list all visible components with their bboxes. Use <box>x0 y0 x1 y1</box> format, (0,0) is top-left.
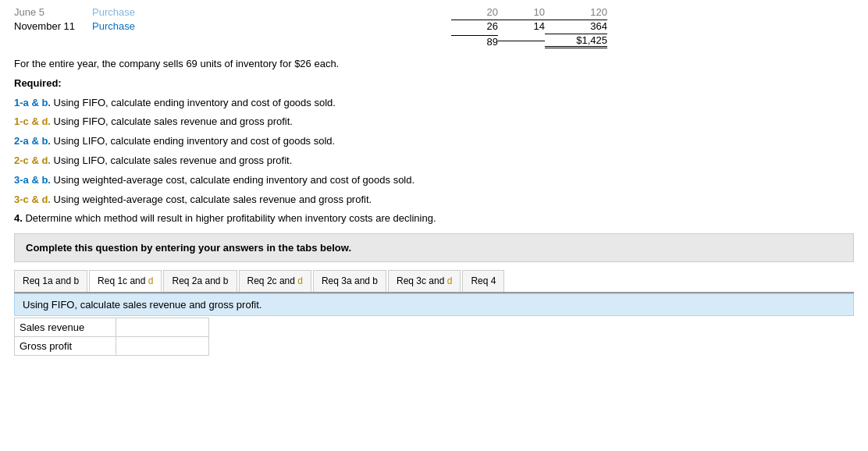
tab-req1cd-label-black: Req 1c and <box>98 275 148 286</box>
tab-req1cd-label-gold: d <box>148 275 154 286</box>
total-cell: 120 <box>545 6 607 18</box>
sales-revenue-input[interactable] <box>121 321 204 333</box>
req-prefix-3cd: 3-c & d. <box>14 194 51 205</box>
table-row-nov11: November 11 Purchase 26 14 364 <box>14 20 854 32</box>
req-prefix-1cd: 1-c & d. <box>14 115 51 127</box>
gross-profit-label: Gross profit <box>15 337 116 356</box>
tab-req4[interactable]: Req 4 <box>462 270 504 292</box>
tab-req2ab-label: Req 2a and b <box>172 275 228 286</box>
tab-req3cd-label-black: Req 3c and <box>397 275 447 286</box>
sales-revenue-input-cell[interactable] <box>116 318 208 337</box>
req-item-1cd: 1-c & d. Using FIFO, calculate sales rev… <box>14 114 854 130</box>
req-prefix-4: 4. <box>14 212 23 224</box>
req-text-2ab: Using LIFO, calculate ending inventory a… <box>54 135 336 147</box>
tabs-container: Req 1a and b Req 1c and d Req 2a and b R… <box>14 270 854 293</box>
intro-line1: For the entire year, the company sells 6… <box>14 56 854 73</box>
units-total: 89 <box>451 35 498 48</box>
req-prefix-1ab: 1-a & b. <box>14 97 51 108</box>
req-text-2cd: Using LIFO, calculate sales revenue and … <box>54 154 293 166</box>
units-cell: 20 <box>451 6 498 18</box>
tab-req1ab[interactable]: Req 1a and b <box>14 270 87 292</box>
tab-req3ab-label: Req 3a and b <box>322 275 378 286</box>
tab-req4-label: Req 4 <box>471 275 496 286</box>
type-cell: Purchase <box>92 20 186 32</box>
tab-req2ab[interactable]: Req 2a and b <box>163 270 237 292</box>
req-text-1ab: Using FIFO, calculate ending inventory a… <box>54 97 336 108</box>
req-item-3cd: 3-c & d. Using weighted-average cost, ca… <box>14 192 854 208</box>
tab-req3cd[interactable]: Req 3c and d <box>388 270 461 292</box>
req-prefix-3ab: 3-a & b. <box>14 174 51 186</box>
type-cell: Purchase <box>92 6 186 18</box>
req-item-4: 4. Determine which method will result in… <box>14 211 854 227</box>
total-cell: 364 <box>545 20 607 32</box>
req-item-2cd: 2-c & d. Using LIFO, calculate sales rev… <box>14 153 854 169</box>
req-item-3ab: 3-a & b. Using weighted-average cost, ca… <box>14 172 854 189</box>
tab-content-header: Using FIFO, calculate sales revenue and … <box>14 293 854 316</box>
tab-req3cd-label-gold: d <box>447 275 453 286</box>
required-label: Required: <box>14 76 854 92</box>
input-row-gross-profit: Gross profit <box>15 337 209 356</box>
cost-cell: 10 <box>498 6 545 18</box>
table-row-june5: June 5 Purchase 20 10 120 <box>14 6 854 18</box>
req-item-2ab: 2-a & b. Using LIFO, calculate ending in… <box>14 133 854 150</box>
intro-section: For the entire year, the company sells 6… <box>14 56 854 227</box>
tab-req1cd[interactable]: Req 1c and d <box>89 270 162 292</box>
date-cell: June 5 <box>14 6 92 18</box>
gross-profit-input[interactable] <box>121 340 204 352</box>
req-item-1ab: 1-a & b. Using FIFO, calculate ending in… <box>14 95 854 112</box>
req-prefix-2ab: 2-a & b. <box>14 135 51 147</box>
sales-revenue-label: Sales revenue <box>15 318 116 337</box>
tab-req1ab-label: Req 1a and b <box>23 275 79 286</box>
tab-req3ab[interactable]: Req 3a and b <box>313 270 386 292</box>
grand-total: $1,425 <box>545 34 607 48</box>
top-table: June 5 Purchase 20 10 120 November 11 Pu… <box>14 6 854 48</box>
req-text-4: Determine which method will result in hi… <box>25 212 436 224</box>
tab-req2cd[interactable]: Req 2c and d <box>239 270 311 292</box>
tab-req2cd-label-gold: d <box>297 275 303 286</box>
req-text-3cd: Using weighted-average cost, calculate s… <box>54 194 372 205</box>
req-text-3ab: Using weighted-average cost, calculate e… <box>54 174 415 186</box>
complete-box-text: Complete this question by entering your … <box>26 242 351 254</box>
req-text-1cd: Using FIFO, calculate sales revenue and … <box>54 115 293 127</box>
input-row-sales-revenue: Sales revenue <box>15 318 209 337</box>
tab-req2cd-label-black: Req 2c and <box>247 275 298 286</box>
gross-profit-input-cell[interactable] <box>116 337 208 356</box>
active-tab-header-text: Using FIFO, calculate sales revenue and … <box>23 299 261 311</box>
cost-total <box>498 41 545 41</box>
page: June 5 Purchase 20 10 120 November 11 Pu… <box>0 0 868 365</box>
units-cell: 26 <box>451 20 498 32</box>
table-row-total: 89 $1,425 <box>14 34 854 48</box>
req-prefix-2cd: 2-c & d. <box>14 154 51 166</box>
complete-box: Complete this question by entering your … <box>14 233 854 262</box>
cost-cell: 14 <box>498 20 545 32</box>
input-table: Sales revenue Gross profit <box>14 318 209 356</box>
date-cell: November 11 <box>14 20 92 32</box>
